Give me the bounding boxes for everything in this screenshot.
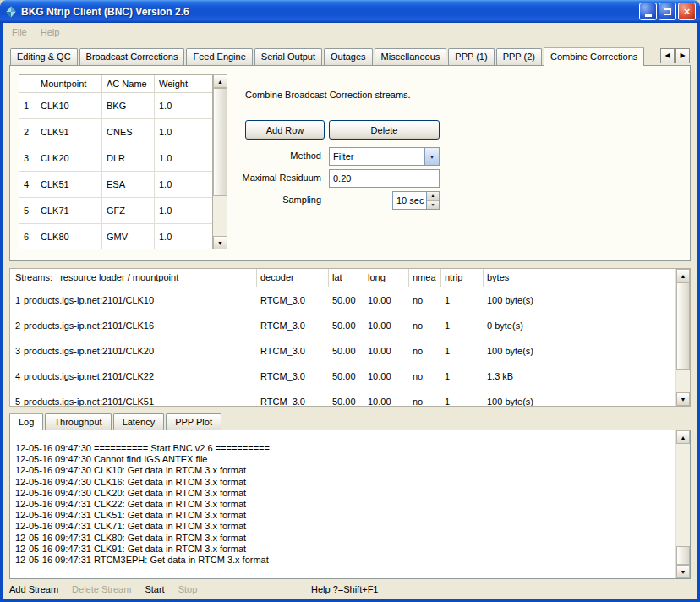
title-bar[interactable]: BKG Ntrip Client (BNC) Version 2.6 × [0, 0, 700, 23]
menu-file[interactable]: File [5, 25, 34, 39]
nmea-cell: no [409, 313, 441, 338]
row-number-cell: 1 [19, 93, 36, 118]
mountpoint-row[interactable]: 3CLK20DLR1.0 [19, 145, 212, 172]
scroll-down-button[interactable]: ▼ [676, 392, 690, 406]
tab-outages[interactable]: Outages [324, 48, 373, 65]
arrow-up-icon: ▲ [431, 194, 435, 198]
mountpoint-row[interactable]: 4CLK51ESA1.0 [19, 172, 212, 198]
ac-name-cell[interactable]: DLR [102, 145, 155, 171]
method-dropdown[interactable]: Filter ▼ [329, 147, 440, 166]
tab-ppp-2[interactable]: PPP (2) [496, 48, 542, 65]
mountpoint-cell[interactable]: CLK71 [36, 198, 102, 223]
tab-serial-output[interactable]: Serial Output [254, 48, 322, 65]
tab-throughput[interactable]: Throughput [45, 413, 111, 430]
resource-cell[interactable]: products.igs-ip.net:2101/CLK16 [24, 313, 257, 338]
ac-name-cell[interactable]: BKG [102, 93, 155, 118]
scroll-up-button[interactable]: ▲ [213, 74, 227, 88]
window-frame: File Help Editing & QCBroadcast Correcti… [0, 23, 700, 602]
stream-row[interactable]: 2products.igs-ip.net:2101/CLK16RTCM_3.05… [10, 313, 675, 338]
bottom-tab-strip: LogThroughputLatencyPPP Plot [9, 413, 223, 430]
scroll-up-button[interactable]: ▲ [676, 269, 690, 282]
mountpoint-cell[interactable]: CLK80 [36, 224, 102, 249]
mountpoint-cell[interactable]: CLK91 [36, 119, 102, 145]
mountpoint-row[interactable]: 2CLK91CNES1.0 [19, 119, 212, 145]
scroll-down-button[interactable]: ▼ [213, 236, 227, 249]
arrow-up-icon: ▲ [217, 79, 223, 85]
menu-help[interactable]: Help [34, 25, 67, 39]
weight-cell[interactable]: 1.0 [155, 198, 212, 223]
row-number-cell: 4 [19, 172, 36, 197]
mountpoint-cell[interactable]: CLK10 [36, 93, 102, 118]
combination-table[interactable]: MountpointAC NameWeight 1CLK10BKG1.02CLK… [19, 74, 213, 249]
tab-scroll-right-button[interactable]: ▶ [675, 48, 690, 63]
spin-down-button[interactable]: ▼ [427, 201, 439, 210]
add-row-button[interactable]: Add Row [245, 120, 325, 140]
bytes-cell: 100 byte(s) [484, 287, 675, 313]
tab-ppp-1[interactable]: PPP (1) [448, 48, 494, 65]
stream-row[interactable]: 3products.igs-ip.net:2101/CLK20RTCM_3.05… [10, 338, 675, 364]
tab-latency[interactable]: Latency [113, 413, 165, 430]
ntrip-cell: 1 [441, 313, 484, 338]
decoder-header: decoder [257, 269, 329, 287]
scrollbar-track[interactable] [676, 444, 690, 546]
scrollbar-track[interactable] [676, 370, 690, 392]
dropdown-arrow-icon[interactable]: ▼ [424, 148, 439, 165]
stream-row[interactable]: 5products.igs-ip.net:2101/CLK51RTCM_3.05… [10, 389, 675, 406]
sampling-spinner[interactable]: 10 sec ▲ ▼ [392, 191, 440, 210]
maximal-residuum-input[interactable] [329, 169, 440, 188]
weight-cell[interactable]: 1.0 [155, 145, 212, 171]
mountpoint-cell[interactable]: CLK20 [36, 145, 102, 171]
resource-cell[interactable]: products.igs-ip.net:2101/CLK22 [24, 364, 257, 389]
long-header: long [364, 269, 409, 287]
long-cell: 10.00 [364, 287, 409, 313]
close-button[interactable]: × [678, 3, 696, 20]
scroll-down-button[interactable]: ▼ [676, 565, 690, 578]
scrollbar-thumb[interactable] [676, 282, 690, 370]
weight-cell[interactable]: 1.0 [155, 119, 212, 145]
streams-table-main[interactable]: Streams: resource loader / mountpointdec… [10, 269, 675, 406]
spin-up-button[interactable]: ▲ [427, 192, 439, 201]
ntrip-cell: 1 [441, 364, 484, 389]
arrow-up-icon: ▲ [681, 435, 686, 441]
method-selected-value: Filter [330, 148, 424, 165]
ac-name-cell[interactable]: GMV [102, 224, 155, 249]
tab-log[interactable]: Log [9, 413, 43, 430]
streams-scrollbar[interactable]: ▲ ▼ [675, 269, 690, 406]
minimize-button[interactable] [639, 3, 657, 20]
log-line: 12-05-16 09:47:30 CLK20: Get data in RTC… [15, 488, 675, 499]
ac-name-cell[interactable]: GFZ [102, 198, 155, 223]
statusbar-action-start[interactable]: Start [145, 584, 164, 594]
resource-cell[interactable]: products.igs-ip.net:2101/CLK10 [24, 287, 257, 313]
mountpoint-row[interactable]: 1CLK10BKG1.0 [19, 93, 212, 119]
streams-table-header: Streams: resource loader / mountpointdec… [10, 269, 675, 287]
delete-button[interactable]: Delete [329, 120, 440, 140]
scroll-up-button[interactable]: ▲ [676, 430, 690, 444]
resource-cell[interactable]: products.igs-ip.net:2101/CLK51 [24, 389, 257, 406]
tab-miscellaneous[interactable]: Miscellaneous [375, 48, 447, 65]
tab-editing-qc[interactable]: Editing & QC [10, 48, 78, 65]
stream-row[interactable]: 1products.igs-ip.net:2101/CLK10RTCM_3.05… [10, 287, 675, 313]
ac-name-cell[interactable]: ESA [102, 172, 155, 197]
statusbar-action-add-stream[interactable]: Add Stream [9, 584, 58, 594]
mountpoint-row[interactable]: 6CLK80GMV1.0 [19, 224, 212, 249]
sampling-label: Sampling [205, 194, 321, 205]
weight-cell[interactable]: 1.0 [155, 172, 212, 197]
weight-cell[interactable]: 1.0 [155, 93, 212, 118]
long-cell: 10.00 [364, 389, 409, 406]
stream-row[interactable]: 4products.igs-ip.net:2101/CLK22RTCM_3.05… [10, 364, 675, 389]
log-view[interactable]: 12-05-16 09:47:30 ========== Start BNC v… [10, 430, 675, 578]
weight-cell[interactable]: 1.0 [155, 224, 212, 249]
tab-ppp-plot[interactable]: PPP Plot [166, 413, 221, 430]
mountpoint-row[interactable]: 5CLK71GFZ1.0 [19, 198, 212, 224]
tab-broadcast-corrections[interactable]: Broadcast Corrections [79, 48, 185, 65]
ac-name-cell[interactable]: CNES [102, 119, 155, 145]
mountpoint-cell[interactable]: CLK51 [36, 172, 102, 197]
tab-scroll-left-button[interactable]: ◀ [660, 48, 675, 63]
log-scrollbar[interactable]: ▲ ▼ [675, 430, 690, 578]
tab-feed-engine[interactable]: Feed Engine [186, 48, 252, 65]
scrollbar-thumb[interactable] [676, 546, 690, 565]
combination-table-scrollbar[interactable]: ▲ ▼ [213, 74, 227, 249]
resource-cell[interactable]: products.igs-ip.net:2101/CLK20 [24, 338, 257, 364]
tab-combine-corrections[interactable]: Combine Corrections [544, 47, 644, 66]
maximize-button[interactable] [659, 3, 676, 20]
